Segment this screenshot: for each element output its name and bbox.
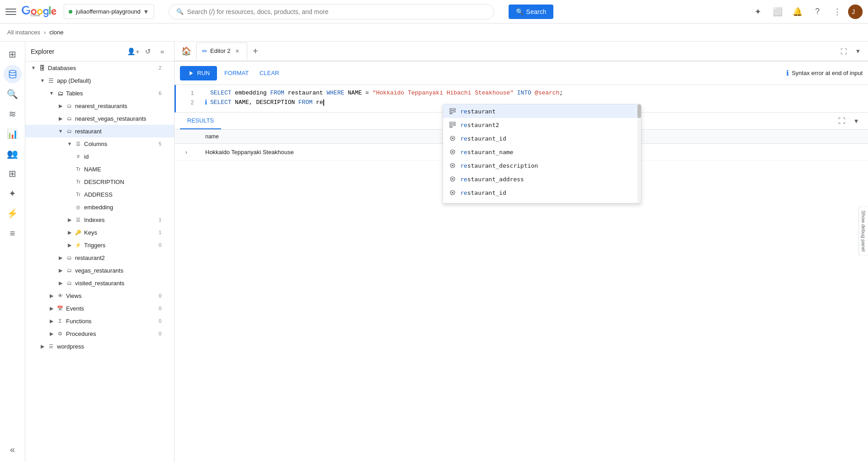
ac-item-restaurant-id[interactable]: restaurant_id (443, 132, 641, 145)
sidebar-list-icon[interactable]: ≡ (4, 224, 22, 242)
ac-item-restaurant-address[interactable]: restaurant_address (443, 172, 641, 186)
procedures-toggle[interactable]: ▶ (47, 331, 56, 337)
run-button[interactable]: RUN (180, 66, 217, 80)
ac-item-restaurant-name[interactable]: restaurant_name (443, 145, 641, 159)
views-toggle[interactable]: ▶ (47, 293, 56, 299)
notifications-icon[interactable]: 🔔 (788, 3, 807, 21)
table-restaurant2[interactable]: ▶ 🗂 restaurant2 ⋮ (25, 251, 174, 264)
help-icon[interactable]: ? (808, 3, 826, 21)
autocomplete-scrollbar-thumb[interactable] (637, 104, 641, 118)
results-tab[interactable]: RESULTS (180, 113, 221, 129)
table-visited-restaurants[interactable]: ▶ 🗂 visited_restaurants ⋮ (25, 277, 174, 289)
nearest-restaurants-toggle[interactable]: ▶ (56, 103, 65, 109)
sidebar-home-icon[interactable]: ⊞ (4, 45, 22, 63)
keys-item[interactable]: ▶ 🔑 Keys 1 ⋮ (25, 226, 174, 239)
autocomplete-dropdown[interactable]: restaurant restaurant2 restaurant_id (443, 104, 642, 203)
functions-toggle[interactable]: ▶ (47, 318, 56, 324)
triggers-toggle[interactable]: ▶ (65, 242, 74, 248)
sidebar-search-icon[interactable]: 🔍 (4, 85, 22, 103)
col-id[interactable]: # id ⋮ (25, 150, 174, 163)
views-item[interactable]: ▶ 👁 Views 0 ⋮ (25, 289, 174, 302)
wordpress-toggle[interactable]: ▶ (38, 344, 47, 349)
search-button[interactable]: 🔍 Search (509, 5, 553, 19)
debug-panel-tab[interactable]: Show debug panel (859, 206, 868, 255)
functions-item[interactable]: ▶ Σ Functions 0 ⋮ (25, 315, 174, 327)
global-search-input[interactable] (187, 8, 486, 15)
sidebar-database-icon[interactable] (4, 65, 22, 83)
autocomplete-scrollbar[interactable] (637, 104, 641, 203)
editor-options-icon[interactable]: ▾ (852, 45, 864, 57)
visited-toggle[interactable]: ▶ (56, 280, 65, 286)
wordpress-item[interactable]: ▶ ☰ wordpress ⋮ (25, 340, 174, 353)
ac-item-restaurant-id-2[interactable]: restaurant_id (443, 186, 641, 199)
bookmark-icon[interactable]: ✦ (749, 3, 767, 21)
terminal-icon[interactable]: ⬜ (769, 3, 787, 21)
collapse-panel-icon[interactable]: « (156, 45, 169, 58)
expand-column-header (175, 130, 198, 144)
columns-toggle[interactable]: ▼ (65, 141, 74, 146)
events-toggle[interactable]: ▶ (47, 306, 56, 311)
databases-item[interactable]: ▼ 🗄 Databases 2 ⋮ (25, 61, 174, 74)
table-nearest-restaurants[interactable]: ▶ 🗂 nearest_restaurants ⋮ (25, 99, 174, 112)
expand-results-icon[interactable]: ⛶ (835, 115, 848, 127)
breadcrumb-all-instances[interactable]: All instances (7, 29, 40, 36)
col-embedding[interactable]: ◎ embedding ⋮ (25, 201, 174, 213)
sidebar-star-icon[interactable]: ✦ (4, 184, 22, 203)
sidebar-collapse-icon[interactable]: « (4, 440, 22, 458)
ac-item-restaurant2[interactable]: restaurant2 (443, 118, 641, 132)
columns-item[interactable]: ▼ ☰ Columns 5 ⋮ (25, 137, 174, 150)
tab-close-button[interactable]: × (233, 47, 241, 55)
google-cloud-logo[interactable]: Cloud (22, 6, 57, 18)
app-default-item[interactable]: ▼ ☰ app (Default) ⋮ (25, 74, 174, 87)
events-item[interactable]: ▶ 📅 Events 0 ⋮ (25, 302, 174, 315)
ac-item-restaurant-description[interactable]: restaurant_description (443, 159, 641, 172)
ac-item-restaurant-name-2[interactable]: restaurant_name (443, 199, 641, 203)
databases-toggle[interactable]: ▼ (29, 65, 38, 71)
table-r2-icon: 🗂 (65, 255, 73, 260)
row-expand-cell[interactable]: › (175, 144, 198, 160)
restaurant2-toggle[interactable]: ▶ (56, 255, 65, 261)
sidebar-schema-icon[interactable]: ≋ (4, 105, 22, 123)
keys-toggle[interactable]: ▶ (65, 230, 74, 236)
clear-button[interactable]: CLEAR (256, 66, 283, 80)
add-tab-button[interactable]: + (249, 45, 262, 57)
tables-item[interactable]: ▼ 🗂 Tables 6 ⋮ (25, 87, 174, 99)
hamburger-menu-icon[interactable] (5, 6, 16, 17)
left-sidebar: ⊞ 🔍 ≋ 📊 👥 ⊞ ✦ ⚡ ≡ « (0, 42, 25, 462)
table-vegas-restaurants[interactable]: ▶ 🗂 vegas_restaurants ⋮ (25, 264, 174, 277)
procedures-item[interactable]: ▶ ⚙ Procedures 0 ⋮ (25, 327, 174, 340)
table-restaurant[interactable]: ▼ 🗂 restaurant ⋮ (25, 125, 174, 137)
global-search-bar[interactable]: 🔍 (169, 4, 494, 19)
row-expand-button[interactable]: › (182, 147, 191, 156)
tables-toggle[interactable]: ▼ (47, 90, 56, 96)
keys-label: Keys (84, 229, 157, 236)
project-selector[interactable]: juliaofferman-playground ▾ (64, 4, 154, 19)
refresh-icon[interactable]: ↺ (142, 45, 154, 58)
nearest-vegas-toggle[interactable]: ▶ (56, 116, 65, 122)
indexes-toggle[interactable]: ▶ (65, 217, 74, 223)
more-options-icon[interactable]: ⋮ (828, 3, 846, 21)
col-description[interactable]: Tr DESCRIPTION ⋮ (25, 175, 174, 188)
editor-2-tab[interactable]: ✏ Editor 2 × (196, 42, 247, 60)
indexes-item[interactable]: ▶ ☰ Indexes 1 ⋮ (25, 213, 174, 226)
ac-item-restaurant[interactable]: restaurant (443, 104, 641, 118)
collapse-results-icon[interactable]: ▾ (850, 115, 863, 127)
sidebar-analytics-icon[interactable]: 📊 (4, 125, 22, 143)
sidebar-lightning-icon[interactable]: ⚡ (4, 204, 22, 222)
sidebar-tables-icon[interactable]: ⊞ (4, 165, 22, 183)
add-connection-icon[interactable]: 👤+ (127, 45, 140, 58)
col-address[interactable]: Tr ADDRESS ⋮ (25, 188, 174, 201)
restaurant-toggle[interactable]: ▼ (56, 128, 65, 134)
format-button[interactable]: FORMAT (221, 66, 252, 80)
sidebar-users-icon[interactable]: 👥 (4, 145, 22, 163)
vegas-toggle[interactable]: ▶ (56, 268, 65, 273)
app-toggle[interactable]: ▼ (38, 78, 47, 83)
fullscreen-icon[interactable]: ⛶ (837, 45, 850, 57)
sql-editor-container[interactable]: 1 SELECT embedding FROM restaurant WHERE… (175, 85, 868, 113)
sql-code-1[interactable]: SELECT embedding FROM restaurant WHERE N… (210, 89, 864, 98)
table-nearest-vegas-restaurants[interactable]: ▶ 🗂 nearest_vegas_restaurants ⋮ (25, 112, 174, 125)
triggers-item[interactable]: ▶ ⚡ Triggers 0 ⋮ (25, 239, 174, 251)
avatar[interactable]: J (848, 5, 863, 19)
col-name[interactable]: Tr NAME ⋮ (25, 163, 174, 175)
home-tab-button[interactable]: 🏠 (178, 43, 194, 59)
